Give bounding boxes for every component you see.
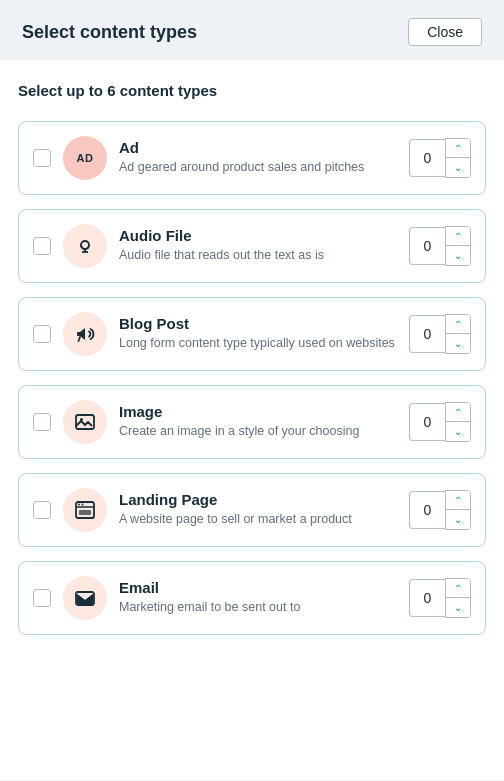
list-item: AD Ad Ad geared around product sales and… [18, 121, 486, 195]
audio-checkbox[interactable] [33, 237, 51, 255]
email-icon [73, 586, 97, 610]
image-icon-circle [63, 400, 107, 444]
landing-icon-circle [63, 488, 107, 532]
image-stepper: 0 ⌃ ⌄ [409, 402, 471, 442]
image-value: 0 [409, 403, 445, 441]
image-decrement-button[interactable]: ⌄ [446, 422, 470, 441]
blog-info: Blog Post Long form content type typical… [119, 315, 397, 353]
landing-value: 0 [409, 491, 445, 529]
ad-value: 0 [409, 139, 445, 177]
audio-stepper: 0 ⌃ ⌄ [409, 226, 471, 266]
ad-stepper: 0 ⌃ ⌄ [409, 138, 471, 178]
email-stepper-buttons: ⌃ ⌄ [445, 578, 471, 618]
landing-checkbox[interactable] [33, 501, 51, 519]
list-item: Audio File Audio file that reads out the… [18, 209, 486, 283]
blog-increment-button[interactable]: ⌃ [446, 315, 470, 334]
dialog-header: Select content types Close [0, 0, 504, 60]
svg-rect-7 [79, 510, 91, 515]
email-icon-circle [63, 576, 107, 620]
landing-desc: A website page to sell or market a produ… [119, 511, 397, 529]
image-increment-button[interactable]: ⌃ [446, 403, 470, 422]
list-item: Email Marketing email to be sent out to … [18, 561, 486, 635]
ad-stepper-buttons: ⌃ ⌄ [445, 138, 471, 178]
landing-stepper-buttons: ⌃ ⌄ [445, 490, 471, 530]
blog-stepper: 0 ⌃ ⌄ [409, 314, 471, 354]
audio-name: Audio File [119, 227, 397, 244]
content-type-list: AD Ad Ad geared around product sales and… [18, 121, 486, 635]
megaphone-icon [73, 322, 97, 346]
checkbox-wrap [33, 149, 51, 167]
blog-stepper-buttons: ⌃ ⌄ [445, 314, 471, 354]
email-stepper: 0 ⌃ ⌄ [409, 578, 471, 618]
blog-decrement-button[interactable]: ⌄ [446, 334, 470, 353]
landing-name: Landing Page [119, 491, 397, 508]
subtitle-text: Select up to 6 content types [18, 82, 486, 99]
audio-increment-button[interactable]: ⌃ [446, 227, 470, 246]
landing-stepper: 0 ⌃ ⌄ [409, 490, 471, 530]
image-desc: Create an image in a style of your choos… [119, 423, 397, 441]
svg-point-9 [82, 504, 84, 506]
audio-decrement-button[interactable]: ⌄ [446, 246, 470, 265]
blog-icon-circle [63, 312, 107, 356]
ad-decrement-button[interactable]: ⌄ [446, 158, 470, 177]
ad-icon-circle: AD [63, 136, 107, 180]
email-info: Email Marketing email to be sent out to [119, 579, 397, 617]
email-decrement-button[interactable]: ⌄ [446, 598, 470, 617]
ad-increment-button[interactable]: ⌃ [446, 139, 470, 158]
audio-value: 0 [409, 227, 445, 265]
image-icon [73, 410, 97, 434]
audio-stepper-buttons: ⌃ ⌄ [445, 226, 471, 266]
landing-increment-button[interactable]: ⌃ [446, 491, 470, 510]
blog-value: 0 [409, 315, 445, 353]
image-stepper-buttons: ⌃ ⌄ [445, 402, 471, 442]
ad-info: Ad Ad geared around product sales and pi… [119, 139, 397, 177]
svg-point-8 [78, 504, 80, 506]
ad-icon: AD [77, 152, 94, 164]
email-name: Email [119, 579, 397, 596]
svg-rect-3 [76, 415, 94, 429]
close-button[interactable]: Close [408, 18, 482, 46]
email-checkbox[interactable] [33, 589, 51, 607]
ad-desc: Ad geared around product sales and pitch… [119, 159, 397, 177]
email-value: 0 [409, 579, 445, 617]
list-item: Image Create an image in a style of your… [18, 385, 486, 459]
landing-page-icon [73, 498, 97, 522]
ad-name: Ad [119, 139, 397, 156]
blog-name: Blog Post [119, 315, 397, 332]
checkbox-wrap [33, 325, 51, 343]
image-info: Image Create an image in a style of your… [119, 403, 397, 441]
checkbox-wrap [33, 237, 51, 255]
landing-info: Landing Page A website page to sell or m… [119, 491, 397, 529]
checkbox-wrap [33, 589, 51, 607]
list-item: Blog Post Long form content type typical… [18, 297, 486, 371]
audio-icon [73, 234, 97, 258]
ad-checkbox[interactable] [33, 149, 51, 167]
main-content: Select up to 6 content types AD Ad Ad ge… [0, 60, 504, 780]
audio-info: Audio File Audio file that reads out the… [119, 227, 397, 265]
blog-desc: Long form content type typically used on… [119, 335, 397, 353]
list-item: Landing Page A website page to sell or m… [18, 473, 486, 547]
checkbox-wrap [33, 413, 51, 431]
checkbox-wrap [33, 501, 51, 519]
landing-decrement-button[interactable]: ⌄ [446, 510, 470, 529]
dialog-title: Select content types [22, 22, 197, 43]
email-desc: Marketing email to be sent out to [119, 599, 397, 617]
blog-checkbox[interactable] [33, 325, 51, 343]
email-increment-button[interactable]: ⌃ [446, 579, 470, 598]
image-name: Image [119, 403, 397, 420]
image-checkbox[interactable] [33, 413, 51, 431]
audio-desc: Audio file that reads out the text as is [119, 247, 397, 265]
audio-icon-circle [63, 224, 107, 268]
